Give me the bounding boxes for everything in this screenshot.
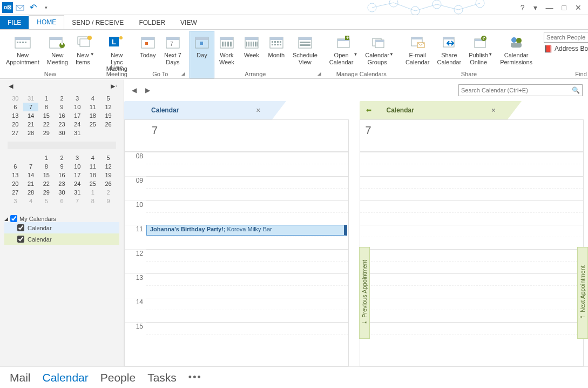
minical-day[interactable]: 21 — [23, 120, 39, 129]
minical-day[interactable]: 24 — [70, 179, 85, 188]
minical-day[interactable]: 13 — [8, 171, 23, 179]
minical-day[interactable]: 10 — [70, 162, 85, 171]
minical-day[interactable]: 3 — [70, 94, 85, 103]
time-slot[interactable] — [146, 273, 348, 298]
arrange-dialog-launcher-icon[interactable]: ◢ — [317, 71, 321, 76]
mini-calendar-1[interactable]: 3031123456789101112131415161718192021222… — [0, 90, 124, 139]
minical-day[interactable]: 18 — [85, 171, 101, 179]
my-calendars-checkbox[interactable] — [10, 215, 17, 222]
calendar-checkbox[interactable] — [17, 236, 24, 243]
allday-row[interactable]: 7 — [360, 119, 584, 152]
minical-day[interactable]: 25 — [85, 120, 101, 129]
minical-day[interactable]: 12 — [100, 162, 116, 171]
minical-day[interactable]: 10 — [70, 103, 85, 111]
nav-tasks[interactable]: Tasks — [147, 371, 177, 384]
minical-day[interactable]: 19 — [100, 171, 116, 179]
minical-day[interactable]: 11 — [85, 162, 101, 171]
minical-day[interactable]: 29 — [38, 188, 54, 197]
time-slot[interactable] — [146, 249, 348, 273]
minical-day[interactable]: 21 — [23, 179, 39, 188]
minical-day[interactable]: 25 — [85, 179, 101, 188]
calendar-forward-button[interactable]: ▶ — [143, 85, 152, 95]
maximize-button[interactable]: □ — [559, 2, 570, 13]
time-slot[interactable] — [360, 322, 584, 346]
minical-day[interactable]: 17 — [70, 171, 85, 179]
minical-day[interactable]: 27 — [8, 188, 23, 197]
calendar-tab-close-icon[interactable]: × — [256, 106, 260, 115]
time-slot[interactable] — [146, 176, 348, 200]
minical-day[interactable]: 11 — [85, 103, 101, 111]
time-slot[interactable] — [360, 298, 584, 322]
minical-day[interactable]: 2 — [54, 153, 70, 162]
calendar-overlay-back-icon[interactable]: ⬅ — [366, 106, 371, 114]
nav-calendar[interactable]: Calendar — [43, 371, 89, 384]
minical-day[interactable]: 16 — [54, 111, 70, 120]
calendar-list-item[interactable]: Calendar — [4, 222, 119, 233]
address-book-button[interactable]: 📕 Address Book — [544, 43, 588, 55]
minical-day[interactable]: 17 — [70, 111, 85, 120]
minical-day[interactable]: 15 — [38, 171, 54, 179]
time-slot[interactable] — [146, 152, 348, 176]
minical-day[interactable]: 3 — [70, 153, 85, 162]
minical-day[interactable]: 13 — [8, 111, 23, 120]
calendar-tab[interactable]: Calendar — [360, 101, 508, 119]
allday-row[interactable]: 7 — [124, 119, 349, 152]
minical-day[interactable] — [85, 129, 101, 137]
minical-day[interactable]: 15 — [38, 111, 54, 120]
minical-day[interactable]: 5 — [100, 94, 116, 103]
minical-day[interactable]: 5 — [38, 197, 54, 205]
minical-day[interactable]: 3 — [8, 197, 23, 205]
minical-day[interactable]: 1 — [38, 153, 54, 162]
qat-sendreceive-icon[interactable] — [14, 2, 26, 14]
next-appointment-flap[interactable]: ⭰Next Appointment — [577, 247, 588, 339]
qat-undo-icon[interactable]: ↶ — [27, 2, 39, 14]
time-slot[interactable] — [360, 152, 584, 176]
minical-day[interactable]: 31 — [70, 188, 85, 197]
minical-day[interactable]: 23 — [54, 179, 70, 188]
tab-home[interactable]: HOME — [29, 15, 64, 29]
tab-folder[interactable]: FOLDER — [131, 16, 173, 29]
minical-day[interactable]: 18 — [85, 111, 101, 120]
minical-day[interactable]: 22 — [38, 179, 54, 188]
time-slot[interactable] — [360, 249, 584, 273]
minical-day[interactable]: 5 — [100, 153, 116, 162]
search-people-input[interactable] — [544, 32, 588, 43]
minical-day[interactable]: 4 — [85, 153, 101, 162]
minical-day[interactable]: 1 — [38, 94, 54, 103]
minical-day[interactable]: 22 — [38, 120, 54, 129]
time-slot[interactable] — [146, 322, 348, 346]
nav-more-icon[interactable]: ••• — [188, 372, 202, 383]
search-calendar-box[interactable]: 🔍 — [458, 84, 583, 96]
minical-day[interactable]: 16 — [54, 171, 70, 179]
time-slot[interactable] — [360, 176, 584, 200]
minical-day[interactable]: 14 — [23, 111, 39, 120]
minical-day[interactable]: 19 — [100, 111, 116, 120]
minical-day[interactable]: 9 — [100, 197, 116, 205]
minical-day[interactable]: 20 — [8, 179, 23, 188]
previous-appointment-flap[interactable]: ⭲Previous Appointment — [359, 247, 370, 339]
time-slot[interactable] — [146, 298, 348, 322]
minical-day[interactable]: 14 — [23, 171, 39, 179]
tab-send-receive[interactable]: SEND / RECEIVE — [64, 16, 131, 29]
minical-day[interactable]: 9 — [54, 103, 70, 111]
minical-day[interactable]: 26 — [100, 179, 116, 188]
minical-day[interactable]: 26 — [100, 120, 116, 129]
minical-day[interactable]: 12 — [100, 103, 116, 111]
qat-customize-icon[interactable]: ▾ — [40, 2, 52, 14]
minical-day[interactable]: 30 — [54, 188, 70, 197]
minical-day[interactable]: 31 — [70, 129, 85, 137]
minical-day[interactable]: 8 — [85, 197, 101, 205]
minical-day[interactable]: 7 — [23, 162, 39, 171]
minical-day[interactable]: 28 — [23, 129, 39, 137]
minical-day[interactable]: 30 — [54, 129, 70, 137]
minical-day[interactable]: 29 — [38, 129, 54, 137]
minical-day[interactable]: 6 — [54, 197, 70, 205]
minical-day[interactable]: 1 — [85, 188, 101, 197]
my-calendars-header[interactable]: ◢ My Calendars — [4, 215, 119, 222]
prev-month-button[interactable]: ◀ — [5, 83, 16, 90]
collapse-nav-icon[interactable]: ‹ — [116, 83, 117, 89]
tab-view[interactable]: VIEW — [173, 16, 205, 29]
minical-day[interactable]: 4 — [85, 94, 101, 103]
minical-day[interactable]: 24 — [70, 120, 85, 129]
minical-day[interactable]: 20 — [8, 120, 23, 129]
